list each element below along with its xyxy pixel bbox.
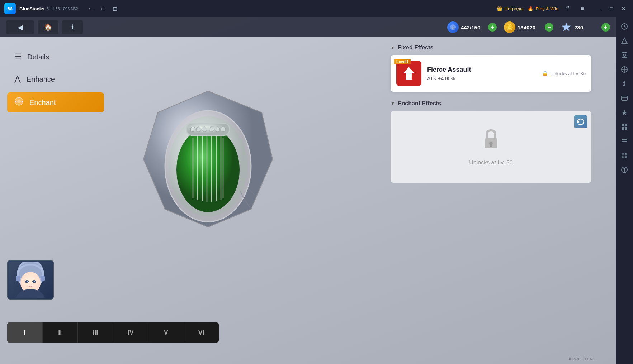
help-button[interactable]: ? (563, 4, 573, 14)
svg-text:⚔: ⚔ (452, 25, 455, 29)
svg-rect-60 (625, 124, 627, 126)
resource-icon-2: 🪙 (504, 21, 515, 33)
sidebar-tool-3[interactable] (618, 49, 631, 62)
effect-arrow-svg (402, 66, 416, 81)
svg-marker-2 (562, 23, 571, 31)
left-nav: ☰ Details ⋀ Enhance Enchant (0, 37, 111, 123)
svg-point-54 (623, 84, 625, 86)
resource-value-1: 442/150 (461, 24, 486, 30)
nav-details-label: Details (27, 53, 49, 61)
svg-point-36 (34, 281, 35, 282)
effect-info: Fierce Assault ATK +4.00% (427, 66, 536, 81)
details-icon: ☰ (14, 52, 22, 62)
sidebar-tool-6[interactable] (618, 92, 631, 105)
menu-button[interactable]: ≡ (577, 4, 587, 14)
resource-add-3[interactable]: + (601, 23, 610, 32)
enchant-lock-icon (482, 128, 500, 154)
nav-item-details[interactable]: ☰ Details (7, 48, 104, 66)
roman-tab-4[interactable]: IV (113, 322, 149, 343)
enchant-effects-card: Unlocks at Lv. 30 (391, 111, 591, 183)
resource-add-1[interactable]: + (488, 23, 497, 32)
resource-add-2[interactable]: + (545, 23, 553, 32)
unlock-text: Unlocks at Lv. 30 (550, 71, 586, 76)
sidebar-tool-7[interactable] (618, 106, 631, 119)
enhance-icon: ⋀ (14, 75, 21, 84)
enchant-effects-arrow-icon: ▼ (391, 101, 395, 106)
fixed-effects-label: Fixed Effects (398, 44, 434, 51)
game-topbar: ◀ 🏠 ℹ ⚔ 442/150 + 🪙 134020 + (0, 17, 616, 37)
sidebar-tool-2[interactable] (618, 34, 631, 47)
maximize-button[interactable]: □ (606, 4, 617, 14)
playin-icon: 🔥 (528, 6, 533, 11)
svg-point-55 (624, 83, 625, 84)
level-badge: Level1 (394, 59, 411, 64)
svg-point-28 (169, 116, 247, 216)
sidebar-tool-9[interactable] (618, 135, 631, 148)
rewards-button[interactable]: 👑 Награды (497, 6, 524, 11)
minimize-button[interactable]: — (594, 4, 604, 14)
svg-marker-39 (403, 67, 415, 80)
sidebar-tool-5[interactable] (618, 77, 631, 90)
lyre-item (140, 87, 276, 238)
fixed-effects-arrow-icon: ▼ (391, 45, 395, 50)
resource-group-2: 🪙 134020 + (504, 21, 553, 33)
svg-rect-56 (622, 96, 627, 100)
svg-line-46 (624, 27, 625, 28)
resource-value-3: 280 (574, 24, 599, 30)
titlebar-nav: ← ⌂ ⊞ (85, 3, 121, 14)
rewards-label: Награды (505, 6, 524, 11)
playin-button[interactable]: 🔥 Play & Win (528, 6, 558, 11)
effects-panel: ▼ Fixed Effects Level1 Fierce Assault AT… (383, 37, 599, 198)
sidebar-tool-11[interactable] (618, 163, 631, 176)
fixed-effect-card: Level1 Fierce Assault ATK +4.00% 🔒 Unloc… (391, 55, 591, 92)
resource-value-2: 134020 (518, 24, 543, 30)
svg-rect-62 (625, 127, 627, 130)
right-sidebar (616, 17, 633, 364)
close-button[interactable]: ✕ (619, 4, 629, 14)
game-home-button[interactable]: 🏠 (37, 20, 59, 34)
svg-rect-38 (41, 276, 45, 281)
roman-tabs: I II III IV V VI (7, 322, 219, 343)
sidebar-tool-1[interactable] (618, 20, 631, 33)
game-info-button[interactable]: ℹ (62, 20, 83, 34)
svg-point-53 (623, 81, 625, 83)
titlebar: BS BlueStacks 5.11.56.1003 N32 ← ⌂ ⊞ 👑 Н… (0, 0, 633, 17)
game-area: ◀ 🏠 ℹ ⚔ 442/150 + 🪙 134020 + (0, 17, 616, 364)
lyre-svg (140, 87, 276, 238)
lock-icon: 🔒 (542, 71, 548, 76)
svg-point-4 (17, 100, 21, 103)
character-portrait[interactable] (7, 260, 54, 300)
enchant-effects-label: Enchant Effects (398, 100, 441, 107)
svg-marker-47 (622, 38, 627, 44)
sidebar-tool-10[interactable] (618, 149, 631, 162)
svg-point-35 (27, 281, 28, 282)
rewards-crown-icon: 👑 (497, 6, 502, 11)
roman-tab-3[interactable]: III (78, 322, 113, 343)
nav-item-enchant[interactable]: Enchant (7, 92, 104, 112)
app-version: 5.11.56.1003 N32 (47, 6, 78, 11)
fixed-effects-title: ▼ Fixed Effects (391, 44, 591, 51)
resource-group-1: ⚔ 442/150 + (447, 21, 497, 33)
nav-item-enhance[interactable]: ⋀ Enhance (7, 70, 104, 88)
roman-tab-1[interactable]: I (7, 322, 43, 343)
titlebar-home-button[interactable]: ⌂ (98, 3, 108, 14)
sidebar-tool-8[interactable] (618, 120, 631, 133)
sidebar-tool-4[interactable] (618, 63, 631, 76)
svg-rect-59 (622, 124, 624, 126)
item-display (111, 37, 305, 288)
svg-rect-61 (622, 127, 624, 130)
app-name: BlueStacks (19, 6, 44, 11)
window-controls: — □ ✕ (594, 4, 629, 14)
game-back-button[interactable]: ◀ (6, 20, 34, 34)
character-avatar-svg (9, 262, 52, 298)
roman-tab-2[interactable]: II (43, 322, 78, 343)
roman-tab-5[interactable]: V (148, 322, 184, 343)
titlebar-back-button[interactable]: ← (85, 3, 96, 14)
enchant-refresh-icon[interactable] (574, 115, 587, 128)
resource-icon-3 (561, 21, 572, 33)
nav-enchant-label: Enchant (29, 99, 56, 107)
titlebar-grid-button[interactable]: ⊞ (110, 3, 121, 14)
svg-marker-58 (622, 110, 627, 115)
nav-enhance-label: Enhance (27, 75, 55, 83)
roman-tab-6[interactable]: VI (184, 322, 219, 343)
